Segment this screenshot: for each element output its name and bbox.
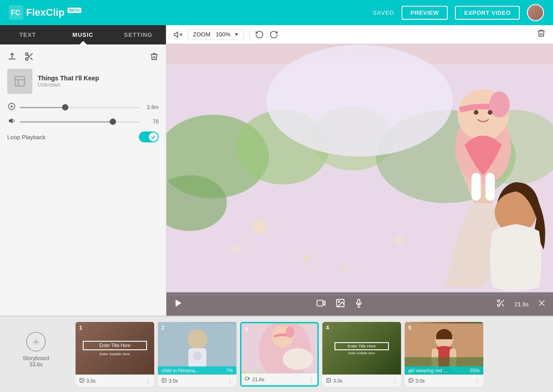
svg-marker-13 — [174, 32, 178, 37]
tab-setting[interactable]: SETTING — [111, 25, 166, 44]
clips-row: Enter Title Here Enter Subtitle Here 1 3… — [72, 317, 553, 392]
svg-marker-11 — [11, 105, 13, 108]
play-icon[interactable] — [7, 103, 16, 112]
svg-point-54 — [187, 330, 207, 349]
scissors-ctrl-icon[interactable] — [538, 299, 546, 309]
clip-5-time: 3.0s — [415, 378, 425, 383]
svg-line-6 — [27, 55, 29, 57]
volume-slider[interactable] — [20, 121, 139, 123]
zoom-value: 100% — [216, 31, 231, 38]
zoom-control[interactable]: ZOOM 100% ▼ — [188, 29, 244, 40]
play-pause-button[interactable] — [174, 298, 183, 310]
playback-slider[interactable] — [20, 107, 139, 108]
preview-button[interactable]: PREVIEW — [401, 6, 448, 20]
clip-3[interactable]: 3 21.6s ⋮ — [240, 322, 319, 387]
svg-line-5 — [30, 57, 32, 60]
video-controls: 21.6s — [166, 292, 553, 316]
tab-music[interactable]: MUSIC — [55, 25, 111, 44]
scissors-icon[interactable] — [24, 52, 34, 62]
tab-text[interactable]: TEXT — [0, 25, 55, 44]
zoom-label: ZOOM — [193, 31, 210, 38]
video-camera-icon[interactable] — [317, 299, 326, 309]
clip-1-subtitle: Enter Subtitle Here — [100, 352, 130, 356]
upload-icon[interactable] — [7, 52, 17, 62]
clip-1[interactable]: Enter Title Here Enter Subtitle Here 1 3… — [76, 322, 154, 387]
volume-slider-row: 78 — [7, 117, 159, 126]
clip-5[interactable]: 5 girl wearing red ... 25% 3.0s ⋮ — [405, 322, 483, 387]
clip-4[interactable]: Enter Title Here Enter Subtitle Here 4 3… — [322, 322, 401, 387]
microphone-icon[interactable] — [354, 298, 363, 310]
toolbar-trash-icon[interactable] — [537, 29, 546, 40]
clip-2[interactable]: 2 child in Nirvana... 7% 3.0s ⋮ — [158, 322, 236, 387]
clip-2-more-icon[interactable]: ⋮ — [227, 378, 233, 384]
clip-3-background — [241, 323, 317, 373]
clip-4-footer: 3.0s ⋮ — [322, 374, 401, 387]
clip-4-background: Enter Title Here Enter Subtitle Here — [322, 322, 401, 374]
svg-rect-42 — [358, 299, 360, 304]
playback-thumb[interactable] — [62, 104, 68, 110]
clip-2-footer-left: 3.0s — [161, 377, 178, 385]
clip-2-badge-pct: 7% — [226, 368, 233, 373]
beta-badge: BETA — [67, 8, 82, 13]
svg-marker-38 — [176, 299, 182, 307]
svg-point-27 — [489, 92, 510, 118]
svg-point-23 — [267, 45, 453, 157]
undo-icon[interactable] — [255, 30, 264, 39]
track-artist: Unknown — [38, 82, 99, 88]
volume-icon[interactable] — [7, 117, 16, 126]
clip-3-time: 21.6s — [252, 377, 264, 382]
add-image-icon[interactable] — [335, 298, 345, 310]
svg-rect-30 — [472, 173, 481, 201]
clip-5-badge-pct: 25% — [470, 368, 480, 373]
timeline: + Storyboard 33.6s Enter Title Here Ente… — [0, 316, 553, 392]
svg-point-45 — [498, 300, 500, 302]
preview-scene — [166, 44, 553, 316]
toggle-knob — [149, 132, 158, 141]
clip-4-title-text: Enter Title Here — [334, 342, 389, 350]
loop-row: Loop Playback — [7, 132, 159, 142]
loop-toggle[interactable] — [139, 132, 159, 142]
clip-4-thumb: Enter Title Here Enter Subtitle Here 4 — [322, 322, 401, 374]
clip-5-footer: 3.0s ⋮ — [405, 374, 483, 387]
avatar[interactable] — [527, 4, 544, 21]
delete-track-icon[interactable] — [150, 52, 159, 61]
volume-thumb[interactable] — [110, 119, 116, 125]
add-clip-button[interactable]: + — [26, 332, 46, 352]
clip-5-more-icon[interactable]: ⋮ — [474, 378, 480, 384]
clip-3-number: 3 — [245, 326, 248, 332]
clip-3-thumb: 3 — [241, 323, 317, 373]
storyboard-add: + Storyboard 33.6s — [0, 317, 72, 392]
main-layout: TEXT MUSIC SETTING — [0, 25, 553, 316]
redo-icon[interactable] — [269, 30, 278, 39]
svg-point-75 — [410, 379, 411, 380]
svg-point-37 — [341, 265, 346, 271]
avatar-image — [528, 5, 543, 20]
svg-point-28 — [474, 110, 478, 115]
clip-1-number: 1 — [79, 325, 82, 331]
svg-point-2 — [26, 53, 28, 56]
clip-4-more-icon[interactable]: ⋮ — [392, 378, 397, 384]
logo: FC FlexClip BETA — [9, 5, 81, 20]
svg-point-52 — [81, 379, 82, 380]
export-button[interactable]: EXPORT VIDEO — [455, 6, 520, 20]
tab-bar: TEXT MUSIC SETTING — [0, 25, 166, 44]
svg-rect-7 — [15, 77, 25, 86]
clip-5-footer-left: 3.0s — [408, 377, 425, 385]
panel-icons-left — [7, 52, 34, 62]
clip-3-more-icon[interactable]: ⋮ — [308, 376, 314, 383]
mute-icon[interactable] — [174, 30, 183, 39]
clip-1-time: 3.0s — [86, 378, 96, 383]
clip-5-badge-text: girl wearing red ... — [408, 368, 447, 373]
editor-toolbar: ZOOM 100% ▼ — [166, 25, 553, 44]
logo-text: FlexClip — [26, 7, 65, 18]
clip-1-footer: 3.0s ⋮ — [76, 374, 154, 387]
clip-1-more-icon[interactable]: ⋮ — [145, 378, 151, 384]
cut-icon[interactable] — [496, 299, 505, 310]
svg-point-65 — [283, 348, 313, 370]
panel-icons-row — [7, 52, 159, 62]
clip-2-thumb: 2 child in Nirvana... 7% — [158, 322, 236, 374]
clip-4-number: 4 — [326, 325, 329, 331]
track-title: Things That I'll Keep — [38, 75, 99, 82]
clip-5-thumb: 5 girl wearing red ... 25% — [405, 322, 483, 374]
svg-point-34 — [232, 245, 241, 255]
